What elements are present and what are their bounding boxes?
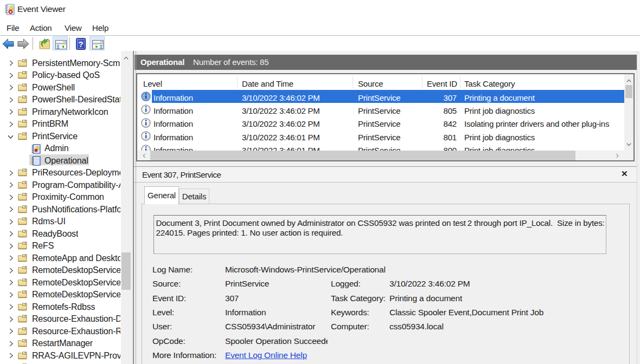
svg-text:?: ? [79,40,84,49]
